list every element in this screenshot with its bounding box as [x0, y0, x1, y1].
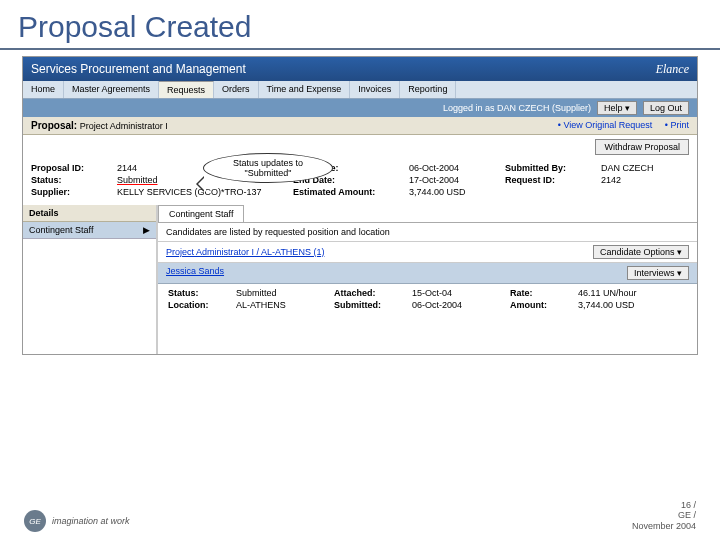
proposal-name: Project Administrator I: [80, 121, 168, 131]
slide-footer: GE imagination at work 16 / GE / Novembe…: [0, 500, 720, 532]
status-label: Status:: [31, 175, 111, 185]
cand-status-label: Status:: [168, 288, 228, 298]
tab-home[interactable]: Home: [23, 81, 64, 98]
proposal-fields: Status updates to "Submitted" Proposal I…: [23, 159, 697, 205]
cand-attached-value: 15-Oct-04: [412, 288, 502, 298]
details-sidebar: Details Contingent Staff ▶: [23, 205, 158, 354]
sub-bar: Logged in as DAN CZECH (Supplier) Help ▾…: [23, 99, 697, 117]
position-link[interactable]: Project Administrator I / AL-ATHENS (1): [166, 247, 324, 257]
proposal-label: Proposal:: [31, 120, 77, 131]
cand-submitted-label: Submitted:: [334, 300, 404, 310]
print-link[interactable]: • Print: [665, 120, 689, 130]
details-header: Details: [23, 205, 156, 222]
candidate-options-dropdown[interactable]: Candidate Options ▾: [593, 245, 689, 259]
slide-title: Proposal Created: [0, 0, 720, 50]
chevron-right-icon: ▶: [143, 225, 150, 235]
cand-location-label: Location:: [168, 300, 228, 310]
cand-status-value: Submitted: [236, 288, 326, 298]
candidates-note: Candidates are listed by requested posit…: [158, 223, 697, 241]
tab-orders[interactable]: Orders: [214, 81, 259, 98]
logged-in-text: Logged in as DAN CZECH (Supplier): [443, 103, 591, 113]
action-row: Withdraw Proposal: [23, 135, 697, 159]
candidate-details: Status: Submitted Attached: 15-Oct-04 Ra…: [158, 284, 697, 314]
tab-invoices[interactable]: Invoices: [350, 81, 400, 98]
view-original-link[interactable]: • View Original Request: [558, 120, 653, 130]
est-amount-label: Estimated Amount:: [293, 187, 403, 197]
withdraw-button[interactable]: Withdraw Proposal: [595, 139, 689, 155]
details-panel: Contingent Staff Candidates are listed b…: [158, 205, 697, 354]
start-date-value: 06-Oct-2004: [409, 163, 499, 173]
company-short: GE /: [632, 510, 696, 521]
tagline: imagination at work: [52, 516, 130, 526]
logout-button[interactable]: Log Out: [643, 101, 689, 115]
end-date-value: 17-Oct-2004: [409, 175, 499, 185]
request-id-label: Request ID:: [505, 175, 595, 185]
tab-reporting[interactable]: Reporting: [400, 81, 456, 98]
candidate-bar: Project Administrator I / AL-ATHENS (1) …: [158, 241, 697, 263]
submitted-by-label: Submitted By:: [505, 163, 595, 173]
cand-location-value: AL-ATHENS: [236, 300, 326, 310]
request-id-value: 2142: [601, 175, 691, 185]
callout-bubble: Status updates to "Submitted": [203, 153, 333, 183]
subtab-contingent[interactable]: Contingent Staff: [158, 205, 244, 222]
ge-monogram-icon: GE: [24, 510, 46, 532]
supplier-label: Supplier:: [31, 187, 111, 197]
interviews-dropdown[interactable]: Interviews ▾: [627, 266, 689, 280]
est-amount-value: 3,744.00 USD: [409, 187, 499, 197]
cand-amount-value: 3,744.00 USD: [578, 300, 678, 310]
sidebar-item-contingent[interactable]: Contingent Staff ▶: [23, 222, 156, 239]
banner-title: Services Procurement and Management: [31, 62, 246, 76]
main-tabs: Home Master Agreements Requests Orders T…: [23, 81, 697, 99]
banner-brand: Elance: [656, 62, 689, 77]
page-number: 16 /: [632, 500, 696, 511]
footer-date: November 2004: [632, 521, 696, 532]
cand-submitted-value: 06-Oct-2004: [412, 300, 502, 310]
submitted-by-value: DAN CZECH: [601, 163, 691, 173]
app-screenshot: Services Procurement and Management Elan…: [22, 56, 698, 355]
proposal-header: Proposal: Project Administrator I • View…: [23, 117, 697, 135]
tab-master-agreements[interactable]: Master Agreements: [64, 81, 159, 98]
candidate-name-link[interactable]: Jessica Sands: [166, 266, 224, 280]
candidate-header: Jessica Sands Interviews ▾: [158, 263, 697, 284]
cand-attached-label: Attached:: [334, 288, 404, 298]
help-button[interactable]: Help ▾: [597, 101, 637, 115]
app-banner: Services Procurement and Management Elan…: [23, 57, 697, 81]
tab-requests[interactable]: Requests: [159, 81, 214, 98]
cand-amount-label: Amount:: [510, 300, 570, 310]
cand-rate-value: 46.11 UN/hour: [578, 288, 678, 298]
sidebar-item-label: Contingent Staff: [29, 225, 93, 235]
tab-time-expense[interactable]: Time and Expense: [259, 81, 351, 98]
proposal-id-label: Proposal ID:: [31, 163, 111, 173]
cand-rate-label: Rate:: [510, 288, 570, 298]
ge-logo: GE imagination at work: [24, 510, 130, 532]
